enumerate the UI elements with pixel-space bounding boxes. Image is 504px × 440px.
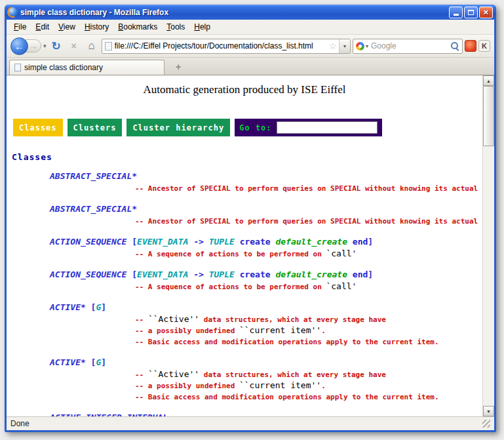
- firefox-icon: [8, 7, 18, 17]
- bookmark-star-icon[interactable]: ☆: [328, 41, 337, 51]
- doc-nav-row: ClassesClustersCluster hierarchy Go to:: [13, 119, 482, 136]
- vertical-scrollbar[interactable]: ▲ ▼: [482, 75, 494, 416]
- urlbar-dropdown[interactable]: ▾: [339, 39, 350, 53]
- address-input[interactable]: file:///C:/Eiffel Projects/tour/Document…: [115, 41, 327, 50]
- class-entry: ACTIVE* [G]-- ``Active'' data structures…: [7, 301, 482, 347]
- class-list: ABSTRACT_SPECIAL*-- Ancestor of SPECIAL …: [7, 170, 482, 416]
- home-button[interactable]: ⌂: [84, 38, 100, 54]
- token-cls: ABSTRACT_SPECIAL*: [50, 204, 137, 214]
- resize-grip[interactable]: [482, 420, 490, 428]
- menu-edit[interactable]: Edit: [31, 20, 54, 33]
- content-area: Automatic generation produced by ISE Eif…: [7, 75, 494, 416]
- token-brk: ]: [368, 270, 373, 279]
- google-icon[interactable]: [356, 42, 364, 50]
- class-comment: -- ``Active'' data structures, which at …: [7, 313, 482, 325]
- class-comment: -- a possibly undefined ``current item''…: [7, 380, 482, 391]
- maximize-button[interactable]: [464, 7, 478, 18]
- token-cmt: -- Ancestor of SPECIAL to perform querie…: [135, 217, 482, 226]
- class-comment: -- Ancestor of SPECIAL to perform querie…: [7, 215, 482, 226]
- token-kw: end: [353, 237, 368, 247]
- menu-file[interactable]: File: [9, 20, 31, 33]
- doc-button-cluster-hierarchy[interactable]: Cluster hierarchy: [126, 119, 230, 136]
- document: Automatic generation produced by ISE Eif…: [7, 75, 482, 416]
- tab-simple-class-dictionary[interactable]: simple class dictionary: [9, 60, 165, 75]
- token-code: ``Active'': [148, 369, 199, 379]
- tab-label: simple class dictionary: [24, 63, 103, 72]
- token-gen: EVENT_DATA: [137, 237, 188, 247]
- goto-input[interactable]: [277, 121, 378, 134]
- token-code: ``current item'': [239, 380, 321, 390]
- history-dropdown[interactable]: ▾: [43, 43, 47, 49]
- stop-button[interactable]: ×: [66, 38, 82, 54]
- reload-button[interactable]: ↻: [48, 38, 64, 54]
- class-comment: -- Basic access and modification operati…: [7, 391, 482, 402]
- class-name-link[interactable]: ACTIVE* [G]: [7, 356, 482, 369]
- forward-icon: →: [29, 41, 38, 51]
- back-button[interactable]: ←: [10, 37, 28, 55]
- class-name-link[interactable]: ACTIVE* [G]: [7, 301, 482, 313]
- token-brk: [: [86, 357, 96, 367]
- token-cmt: --: [135, 370, 148, 379]
- new-tab-button[interactable]: +: [171, 60, 185, 73]
- search-engine-dropdown[interactable]: ▾: [366, 43, 368, 49]
- token-gen: TUPLE: [209, 237, 235, 247]
- search-bar[interactable]: ▾ Google: [353, 39, 463, 54]
- token-brk: [: [132, 270, 137, 279]
- goto-label: Go to:: [239, 123, 271, 132]
- token-cmt: data structures, which at every stage ha…: [199, 370, 386, 379]
- scroll-up-button[interactable]: ▲: [483, 75, 494, 86]
- tab-bar: simple class dictionary +: [7, 58, 494, 75]
- goto-box: Go to:: [235, 119, 381, 136]
- desktop: simple class dictionary - Mozilla Firefo…: [0, 0, 504, 440]
- token-cmt: -- a possibly undefined: [135, 327, 239, 335]
- close-button[interactable]: ×: [479, 7, 493, 18]
- class-entry: ACTION_SEQUENCE [EVENT_DATA -> TUPLE cre…: [7, 235, 482, 259]
- maximize-icon: [468, 10, 474, 15]
- menu-help[interactable]: Help: [189, 20, 215, 33]
- class-comment: -- ``Active'' data structures, which at …: [7, 369, 482, 380]
- token-cmt: -- Ancestor of SPECIAL to perform querie…: [135, 184, 482, 193]
- token-brk: [235, 270, 240, 279]
- token-brk: [: [86, 302, 96, 312]
- class-name-link[interactable]: ACTION_SEQUENCE [EVENT_DATA -> TUPLE cre…: [7, 235, 482, 248]
- doc-button-classes[interactable]: Classes: [13, 119, 63, 136]
- class-name-link[interactable]: ACTION_SEQUENCE [EVENT_DATA -> TUPLE cre…: [7, 268, 482, 281]
- token-cmt: -- A sequence of actions to be performed…: [135, 283, 326, 291]
- address-bar[interactable]: file:///C:/Eiffel Projects/tour/Document…: [102, 39, 351, 54]
- token-brk: [: [132, 237, 137, 247]
- class-name-link[interactable]: ABSTRACT_SPECIAL*: [7, 203, 482, 215]
- class-name-link[interactable]: ACTIVE_INTEGER_INTERVAL: [7, 411, 482, 416]
- menu-tools[interactable]: Tools: [162, 20, 189, 33]
- token-cmt: -- Basic access and modification operati…: [135, 393, 439, 401]
- token-feat: default_create: [275, 270, 347, 279]
- class-comment: -- Basic access and modification operati…: [7, 336, 482, 347]
- page-title: Automatic generation produced by ISE Eif…: [7, 83, 482, 96]
- page-icon: [105, 42, 112, 50]
- token-kw: create: [240, 270, 271, 279]
- token-brk: ->: [188, 270, 208, 279]
- addon-icon-red[interactable]: [465, 40, 476, 52]
- section-title: Classes: [12, 152, 482, 162]
- scroll-down-button[interactable]: ▼: [483, 406, 494, 416]
- class-comment: -- a possibly undefined ``current item''…: [7, 325, 482, 336]
- status-text: Done: [10, 419, 29, 428]
- token-cls: ACTION_SEQUENCE: [50, 237, 132, 247]
- class-comment: -- A sequence of actions to be performed…: [7, 281, 482, 292]
- menu-bookmarks[interactable]: Bookmarks: [113, 20, 162, 33]
- class-name-link[interactable]: ABSTRACT_SPECIAL*: [7, 170, 482, 182]
- token-brk: [347, 237, 353, 247]
- scrollbar-thumb[interactable]: [483, 86, 494, 146]
- doc-button-clusters[interactable]: Clusters: [68, 119, 123, 136]
- token-cls: ACTIVE*: [50, 302, 86, 312]
- token-brk: ->: [188, 237, 208, 247]
- search-input[interactable]: Google: [371, 41, 450, 50]
- token-kw: end: [353, 270, 368, 279]
- menu-history[interactable]: History: [80, 20, 113, 33]
- class-comment: -- Ancestor of SPECIAL to perform querie…: [7, 182, 482, 193]
- titlebar[interactable]: simple class dictionary - Mozilla Firefo…: [5, 5, 496, 20]
- class-entry: ACTION_SEQUENCE [EVENT_DATA -> TUPLE cre…: [7, 268, 482, 292]
- minimize-button[interactable]: [449, 7, 463, 18]
- menu-view[interactable]: View: [54, 20, 80, 33]
- search-magnifier-icon[interactable]: [450, 41, 460, 51]
- addon-icon-k[interactable]: K: [478, 40, 490, 52]
